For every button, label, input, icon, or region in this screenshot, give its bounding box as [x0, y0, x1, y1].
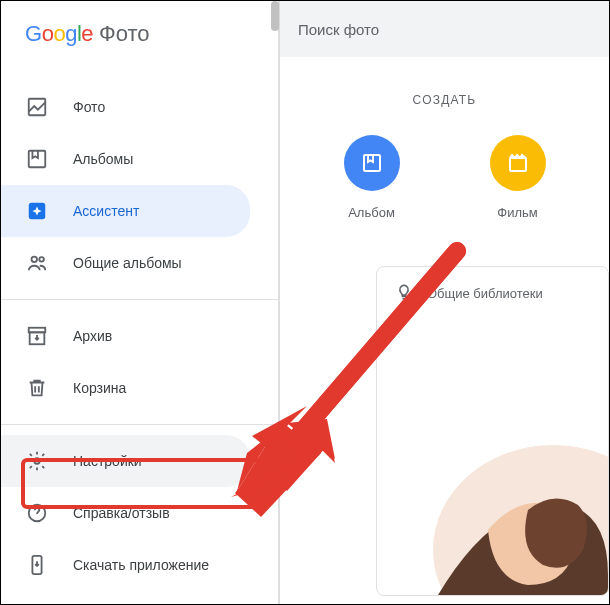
sidebar-item-photos[interactable]: Фото: [1, 81, 250, 133]
trash-icon: [25, 376, 49, 400]
image-icon: [25, 95, 49, 119]
sidebar-item-label: Настройки: [73, 453, 142, 469]
sidebar: Google Фото Фото Альбомы Ассис: [1, 1, 279, 604]
create-movie-label: Фильм: [497, 205, 537, 220]
sidebar-item-archive[interactable]: Архив: [1, 310, 250, 362]
album-icon: [344, 135, 400, 191]
sidebar-item-trash[interactable]: Корзина: [1, 362, 250, 414]
hands-illustration: [378, 375, 609, 596]
sidebar-item-label: Общие альбомы: [73, 255, 182, 271]
people-icon: [25, 251, 49, 275]
help-icon: [25, 501, 49, 525]
download-app-icon: [25, 553, 49, 577]
sidebar-item-label: Корзина: [73, 380, 126, 396]
create-album-button[interactable]: Альбом: [344, 135, 400, 220]
google-logo: Google: [25, 21, 93, 47]
svg-rect-0: [29, 99, 46, 116]
movie-icon: [490, 135, 546, 191]
main-panel: Поиск фото СОЗДАТЬ Альбом Фильм: [279, 1, 609, 604]
sidebar-item-label: Фото: [73, 99, 105, 115]
divider: [1, 424, 278, 425]
sidebar-item-label: Альбомы: [73, 151, 133, 167]
sidebar-item-label: Скачать приложение: [73, 557, 209, 573]
create-album-label: Альбом: [348, 205, 395, 220]
sidebar-item-assistant[interactable]: Ассистент: [1, 185, 250, 237]
create-heading: СОЗДАТЬ: [280, 93, 609, 107]
sidebar-item-label: Ассистент: [73, 203, 139, 219]
svg-rect-11: [510, 158, 526, 171]
sidebar-item-sharing[interactable]: Общие альбомы: [1, 237, 250, 289]
shared-libraries-card[interactable]: Общие библиотеки: [376, 266, 609, 596]
create-section: СОЗДАТЬ Альбом Фильм: [280, 57, 609, 234]
sidebar-item-help[interactable]: Справка/отзыв: [1, 487, 250, 539]
archive-icon: [25, 324, 49, 348]
sidebar-item-label: Архив: [73, 328, 112, 344]
assistant-icon: [25, 199, 49, 223]
svg-point-7: [34, 458, 40, 464]
create-movie-button[interactable]: Фильм: [490, 135, 546, 220]
card-title: Общие библиотеки: [427, 286, 543, 301]
product-name: Фото: [99, 21, 150, 47]
search-placeholder: Поиск фото: [298, 21, 379, 38]
gear-icon: [25, 449, 49, 473]
bookmark-album-icon: [25, 147, 49, 171]
divider: [1, 299, 278, 300]
lightbulb-icon: [395, 283, 413, 304]
sidebar-item-albums[interactable]: Альбомы: [1, 133, 250, 185]
sidebar-item-download-app[interactable]: Скачать приложение: [1, 539, 250, 591]
search-input[interactable]: Поиск фото: [280, 1, 609, 57]
logo[interactable]: Google Фото: [1, 1, 278, 71]
nav: Фото Альбомы Ассистент Общие альбомы: [1, 71, 278, 591]
svg-point-3: [32, 257, 38, 263]
scrollbar[interactable]: [271, 1, 279, 31]
sidebar-item-label: Справка/отзыв: [73, 505, 170, 521]
svg-point-4: [39, 257, 44, 262]
sidebar-item-settings[interactable]: Настройки: [1, 435, 250, 487]
